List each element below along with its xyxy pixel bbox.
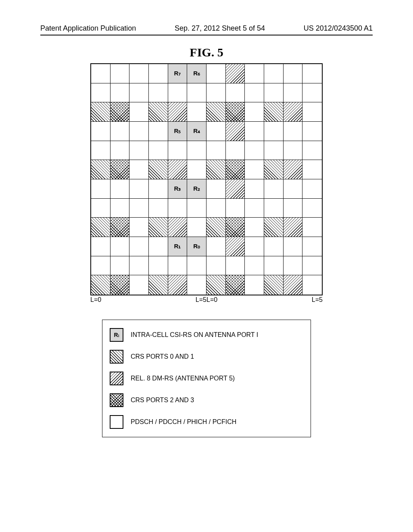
grid-cell xyxy=(111,218,130,237)
grid-cell xyxy=(129,275,149,295)
grid-cell xyxy=(264,256,284,276)
grid-cell xyxy=(168,102,188,122)
grid-cell xyxy=(264,122,284,141)
grid-cell xyxy=(264,275,284,295)
grid-cell: R₂ xyxy=(187,179,206,199)
grid-cell xyxy=(245,275,264,295)
grid-cell xyxy=(168,83,188,103)
grid-cell xyxy=(168,218,188,237)
grid-cell xyxy=(226,256,245,276)
grid-cell xyxy=(187,160,206,179)
grid-cell xyxy=(111,64,130,83)
grid-cell xyxy=(91,160,111,179)
grid-cell xyxy=(226,179,245,199)
grid-cell xyxy=(245,199,264,218)
page-header: Patent Application Publication Sep. 27, … xyxy=(40,24,373,35)
grid-cell xyxy=(168,141,188,160)
grid-cell xyxy=(206,199,226,218)
grid-cell xyxy=(284,64,303,83)
grid-cell xyxy=(111,275,130,295)
grid-cell xyxy=(129,199,149,218)
grid-cell xyxy=(284,179,303,199)
axis-L0-right: L=0 xyxy=(206,296,226,303)
grid-cell xyxy=(149,122,168,141)
grid-cell xyxy=(284,199,303,218)
grid-cell xyxy=(226,64,245,83)
grid-cell xyxy=(149,141,168,160)
grid-cell xyxy=(226,160,245,179)
legend-label-crs23: CRS PORTS 2 AND 3 xyxy=(131,397,194,404)
grid-cell xyxy=(91,141,111,160)
grid-cell xyxy=(91,199,111,218)
grid-cell xyxy=(111,199,130,218)
grid-cell xyxy=(111,179,130,199)
legend-label-blank: PDSCH / PDCCH / PHICH / PCFICH xyxy=(131,418,236,426)
grid-cell xyxy=(149,237,168,256)
grid-cell xyxy=(302,218,322,237)
grid-cell xyxy=(91,237,111,256)
grid-cell xyxy=(206,275,226,295)
grid-cell xyxy=(226,83,245,103)
grid-cell xyxy=(149,218,168,237)
grid-cell xyxy=(149,275,168,295)
grid-cell xyxy=(187,218,206,237)
grid-cell xyxy=(245,122,264,141)
grid-cell xyxy=(302,64,322,83)
grid-cell xyxy=(91,64,111,83)
grid-cell xyxy=(111,102,130,122)
grid-cell xyxy=(149,102,168,122)
grid-cell xyxy=(302,160,322,179)
grid-cell xyxy=(264,218,284,237)
grid-cell xyxy=(302,122,322,141)
legend-row-dmrs: REL. 8 DM-RS (ANTENNA PORT 5) xyxy=(110,372,303,385)
legend-swatch-crs01 xyxy=(110,350,123,364)
grid-cell xyxy=(187,141,206,160)
grid-cell xyxy=(111,141,130,160)
grid-cell xyxy=(245,64,264,83)
grid-cell xyxy=(206,122,226,141)
grid-wrap: R₇R₆R₅R₄R₃R₂R₁R₀ L=0 L=5 L=0 L=5 Rᵢ INTR… xyxy=(40,63,373,437)
grid-cell xyxy=(264,102,284,122)
grid-cell: R₆ xyxy=(187,64,206,83)
grid-cell xyxy=(149,160,168,179)
grid-cell xyxy=(226,237,245,256)
grid-cell xyxy=(206,179,226,199)
grid-cell xyxy=(284,102,303,122)
grid-cell xyxy=(284,275,303,295)
grid-cell xyxy=(302,179,322,199)
grid-cell xyxy=(187,199,206,218)
grid-cell xyxy=(149,179,168,199)
legend-row-crs23: CRS PORTS 2 AND 3 xyxy=(110,393,303,407)
legend-label-dmrs: REL. 8 DM-RS (ANTENNA PORT 5) xyxy=(131,375,235,382)
grid-cell xyxy=(91,275,111,295)
grid-cell xyxy=(129,102,149,122)
legend: Rᵢ INTRA-CELL CSI-RS ON ANTENNA PORT I C… xyxy=(102,320,311,437)
legend-row-crs01: CRS PORTS 0 AND 1 xyxy=(110,350,303,364)
grid-cell xyxy=(264,141,284,160)
grid-cell xyxy=(245,256,264,276)
grid-cell xyxy=(226,199,245,218)
header-right: US 2012/0243500 A1 xyxy=(304,24,373,33)
legend-swatch-csi-rs: Rᵢ xyxy=(110,328,123,342)
grid-cell xyxy=(206,237,226,256)
grid-cell xyxy=(111,83,130,103)
legend-swatch-dmrs xyxy=(110,372,123,385)
grid-cell xyxy=(149,64,168,83)
grid-cell xyxy=(206,160,226,179)
grid-cell xyxy=(129,83,149,103)
grid-cell xyxy=(111,237,130,256)
legend-row-blank: PDSCH / PDCCH / PHICH / PCFICH xyxy=(110,415,303,429)
grid-cell xyxy=(206,218,226,237)
grid-cell xyxy=(168,275,188,295)
grid-cell xyxy=(284,218,303,237)
grid-cell xyxy=(264,179,284,199)
grid-cell xyxy=(187,275,206,295)
legend-swatch-blank xyxy=(110,415,123,429)
grid-cell xyxy=(284,83,303,103)
legend-label-crs01: CRS PORTS 0 AND 1 xyxy=(131,353,194,360)
grid-cell xyxy=(302,141,322,160)
grid-cell xyxy=(91,122,111,141)
grid-cell xyxy=(129,237,149,256)
grid-cell xyxy=(264,199,284,218)
legend-label-csi-rs: INTRA-CELL CSI-RS ON ANTENNA PORT I xyxy=(131,331,258,339)
